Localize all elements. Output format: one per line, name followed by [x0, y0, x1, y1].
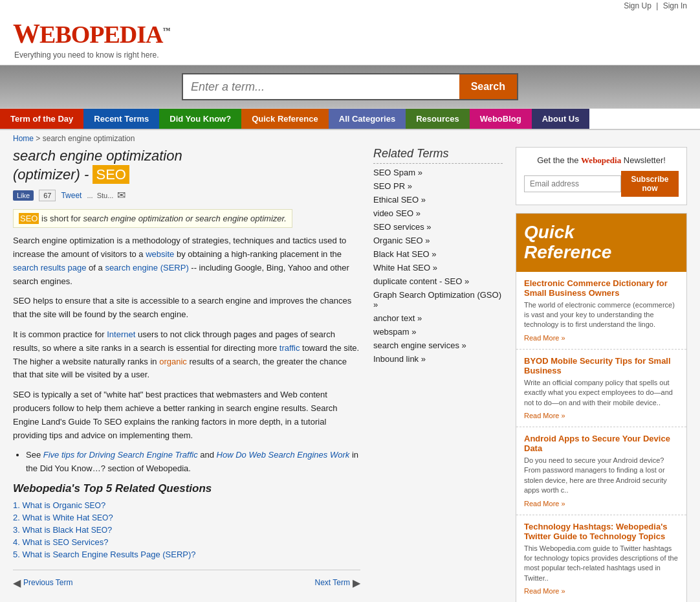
link-search-engine[interactable]: search engine (SERP): [105, 263, 188, 273]
breadcrumb-separator: >: [36, 134, 42, 143]
nav-resources[interactable]: Resources: [406, 109, 469, 129]
trademark-symbol: ™: [162, 26, 170, 35]
nav-about-us[interactable]: About Us: [532, 109, 590, 129]
prev-arrow: ◀: [13, 577, 21, 589]
qr-read-more-4[interactable]: Read More »: [524, 587, 565, 595]
related-link-1[interactable]: SEO Spam »: [373, 168, 422, 177]
nav-all-categories[interactable]: All Categories: [329, 109, 406, 129]
link-website[interactable]: website: [146, 249, 174, 259]
related-link-12[interactable]: webspam »: [373, 327, 416, 337]
facebook-like-button[interactable]: Like: [13, 190, 34, 201]
related-link-5[interactable]: SEO services »: [373, 222, 432, 232]
top5-link-1[interactable]: 1. What is Organic SEO?: [13, 500, 105, 510]
qr-read-more-2[interactable]: Read More »: [524, 412, 565, 419]
nav-recent-terms[interactable]: Recent Terms: [83, 109, 159, 129]
top5-link-3[interactable]: 3. What is Black Hat SEO?: [13, 525, 112, 535]
nav-weboblog[interactable]: WeboBlog: [470, 109, 532, 129]
nav-did-you-know[interactable]: Did You Know?: [159, 109, 241, 129]
related-link-6[interactable]: Organic SEO »: [373, 236, 430, 245]
qr-article-desc-3: Do you need to secure your Android devic…: [524, 456, 679, 496]
site-logo[interactable]: WEBOPEDIA™: [13, 18, 170, 49]
signin-link[interactable]: Sign In: [663, 1, 687, 10]
related-link-8[interactable]: White Hat SEO »: [373, 263, 437, 273]
link-search-results[interactable]: search results page: [13, 263, 86, 273]
social-row: Like 67 Tweet ... Stu... ✉: [13, 189, 360, 201]
qr-article-title-2[interactable]: BYOD Mobile Security Tips for Small Busi…: [524, 356, 679, 375]
related-link-10[interactable]: Graph Search Optimization (GSO) »: [373, 290, 501, 309]
top5-list: 1. What is Organic SEO? 2. What is White…: [13, 500, 360, 559]
related-link-3[interactable]: Ethical SEO »: [373, 195, 426, 205]
link-internet[interactable]: Internet: [107, 329, 135, 339]
breadcrumb-home[interactable]: Home: [13, 134, 34, 143]
navbar: Term of the Day Recent Terms Did You Kno…: [0, 108, 700, 130]
related-item-2: SEO PR »: [373, 181, 503, 191]
related-terms-column: Related Terms SEO Spam » SEO PR » Ethica…: [373, 147, 503, 602]
qr-read-more-1[interactable]: Read More »: [524, 334, 565, 342]
related-item-9: duplicate content - SEO »: [373, 276, 503, 286]
top5-item-5: 5. What is Search Engine Results Page (S…: [13, 550, 360, 559]
qr-article-title-3[interactable]: Android Apps to Secure Your Device Data: [524, 434, 679, 453]
related-item-8: White Hat SEO »: [373, 263, 503, 273]
bullet-and: and: [198, 450, 217, 460]
signup-link[interactable]: Sign Up: [624, 1, 651, 10]
search-button[interactable]: Search: [459, 74, 517, 99]
envelope-icon[interactable]: ✉: [117, 189, 126, 201]
link-traffic[interactable]: traffic: [279, 343, 300, 353]
nav-quick-reference[interactable]: Quick Reference: [241, 109, 329, 129]
article-para-2: SEO helps to ensure that a site is acces…: [13, 295, 360, 322]
logo-w: W: [13, 19, 39, 49]
prev-label: Previous Term: [23, 578, 72, 587]
intro-text: is short for search engine optimization …: [41, 214, 287, 223]
qr-article-desc-2: Write an official company policy that sp…: [524, 378, 679, 408]
site-tagline: Everything you need to know is right her…: [14, 50, 687, 60]
newsletter-title: Get the the Webopedia Newsletter!: [524, 155, 679, 166]
quick-ref-line1: Quick: [524, 223, 679, 243]
nav-term-of-day[interactable]: Term of the Day: [0, 109, 83, 129]
logo-area: WEBOPEDIA™: [13, 18, 687, 49]
top5-link-2[interactable]: 2. What is White Hat SEO?: [13, 513, 113, 522]
link-five-tips[interactable]: Five tips for Driving Search Engine Traf…: [43, 450, 198, 460]
tweet-link[interactable]: Tweet: [61, 191, 82, 200]
title-seo-highlight: SEO: [93, 165, 129, 184]
bullet-text-see: See: [26, 450, 43, 460]
top5-link-4[interactable]: 4. What is SEO Services?: [13, 537, 108, 547]
related-item-13: search engine services »: [373, 340, 503, 350]
related-link-4[interactable]: video SEO »: [373, 208, 421, 218]
newsletter-subscribe-button[interactable]: Subscribe now: [621, 171, 679, 197]
qr-read-more-3[interactable]: Read More »: [524, 500, 565, 507]
newsletter-title-suffix: Newsletter!: [624, 155, 666, 165]
intro-box: SEO is short for search engine optimizat…: [13, 209, 292, 228]
qr-article-title-4[interactable]: Technology Hashtags: Webopedia's Twitter…: [524, 522, 679, 541]
qr-article-1: Electronic Commerce Dictionary for Small…: [516, 272, 686, 350]
quick-reference-title: Quick Reference: [524, 223, 679, 263]
related-item-3: Ethical SEO »: [373, 195, 503, 205]
link-how-do[interactable]: How Do Web Search Engines Work: [217, 450, 350, 460]
related-link-9[interactable]: duplicate content - SEO »: [373, 276, 469, 286]
quick-reference-header: Quick Reference: [516, 214, 686, 272]
newsletter-email-input[interactable]: [524, 175, 621, 192]
right-column: Get the the Webopedia Newsletter! Subscr…: [516, 147, 687, 602]
search-input[interactable]: [183, 75, 459, 99]
qr-article-desc-1: The world of electronic commerce (ecomme…: [524, 300, 679, 330]
related-link-13[interactable]: search engine services »: [373, 340, 466, 350]
link-organic[interactable]: organic: [159, 357, 187, 366]
article-para-3: It is common practice for Internet users…: [13, 328, 360, 382]
logo-rest: EBOPEDIA: [39, 21, 162, 48]
related-item-12: webspam »: [373, 327, 503, 337]
auth-separator: |: [656, 1, 658, 10]
related-link-14[interactable]: Inbound link »: [373, 354, 426, 364]
top5-link-5[interactable]: 5. What is Search Engine Results Page (S…: [13, 550, 196, 559]
prev-term-button[interactable]: ◀ Previous Term: [13, 577, 72, 589]
related-link-11[interactable]: anchor text »: [373, 313, 422, 323]
left-column: search engine optimization (optimizer) -…: [13, 147, 360, 602]
related-item-11: anchor text »: [373, 313, 503, 323]
top5-item-1: 1. What is Organic SEO?: [13, 500, 360, 510]
next-term-button[interactable]: Next Term ▶: [315, 577, 360, 589]
related-link-7[interactable]: Black Hat SEO »: [373, 249, 437, 259]
auth-bar: Sign Up | Sign In: [0, 0, 700, 12]
qr-article-title-1[interactable]: Electronic Commerce Dictionary for Small…: [524, 278, 679, 298]
para4-seo2-highlight: SEO: [104, 417, 122, 427]
related-item-6: Organic SEO »: [373, 236, 503, 245]
related-link-2[interactable]: SEO PR »: [373, 181, 412, 191]
top5-item-3: 3. What is Black Hat SEO?: [13, 525, 360, 535]
